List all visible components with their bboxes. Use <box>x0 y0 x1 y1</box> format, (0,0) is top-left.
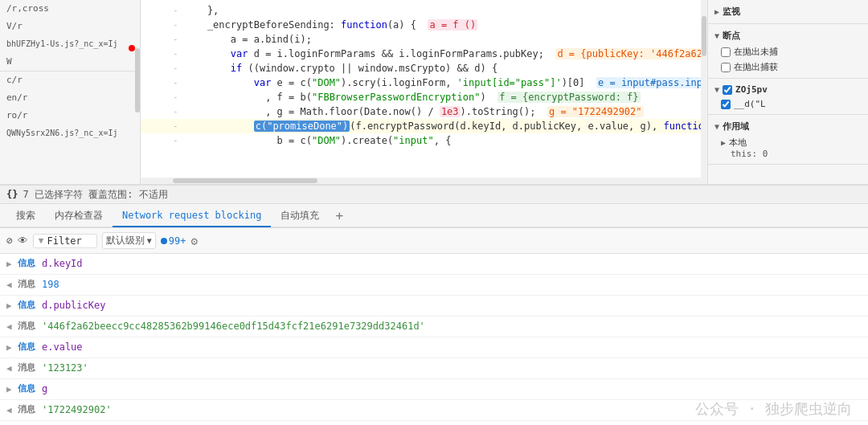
console-entry: ▶ 信息 g <box>0 379 868 400</box>
code-line-selected: - c("promiseDone")(f.encryptPassword(d.k… <box>141 119 707 133</box>
breakpoints-header[interactable]: ▼ 断点 <box>708 27 868 44</box>
console-entry: ◀ 消息 198 <box>0 275 868 296</box>
level-select[interactable]: 默认级别 ▼ <box>102 232 156 249</box>
message-dot <box>161 238 167 244</box>
code-line: - _encryptBeforeSending: function(a) { a… <box>141 18 707 32</box>
file-list-item[interactable]: W <box>0 53 140 71</box>
status-bar: {} 7 已选择字符 覆盖范围: 不适用 <box>0 185 868 204</box>
zoj5-item-label: __d("L <box>734 99 766 109</box>
scope-label: 作用域 <box>723 121 749 133</box>
file-list-item[interactable]: ro/r <box>0 107 140 125</box>
scope-this: this: 0 <box>721 149 855 159</box>
scope-local: ▶ 本地 this: 0 <box>708 135 868 161</box>
console-entry: ▶ <box>0 421 868 425</box>
scope-local-label: 本地 <box>729 137 747 149</box>
code-line: - b = c("DOM").create("input", { <box>141 133 707 148</box>
entry-content: d.keyId <box>42 256 862 271</box>
entry-type: 信息 <box>18 298 42 313</box>
tab-search[interactable]: 搜索 <box>6 204 45 229</box>
watch-arrow: ▶ <box>714 7 719 16</box>
breakpoints-section: ▼ 断点 在抛出未捕 在抛出捕获 <box>708 24 868 79</box>
code-line: - var d = i.loginFormParams && i.loginFo… <box>141 47 707 61</box>
scope-section: ▼ 作用域 ▶ 本地 this: 0 <box>708 115 868 165</box>
console-entry: ▶ 信息 d.keyId <box>0 254 868 275</box>
zoj5-header[interactable]: ▼ ZOj5pv <box>708 82 868 97</box>
entry-content: '123123' <box>42 361 862 375</box>
code-line: - a = a.bind(i); <box>141 32 707 47</box>
caught-checkbox[interactable] <box>721 63 731 72</box>
entry-expand-arrow[interactable]: ◀ <box>6 320 18 334</box>
entry-type: 消息 <box>18 277 42 292</box>
console-entry: ◀ 消息 '1722492902' <box>0 400 868 421</box>
code-line: - if ((window.crypto || window.msCrypto)… <box>141 61 707 76</box>
entry-expand-arrow[interactable]: ◀ <box>6 403 18 418</box>
entry-type: 消息 <box>18 403 42 417</box>
message-count: 99+ <box>161 235 186 247</box>
code-line: - , g = Math.floor(Date.now() / 1e3).toS… <box>141 104 707 119</box>
file-list-item[interactable]: bhUFZHy1-Us.js?_nc_x=Ij <box>0 35 140 53</box>
console-clear-icon[interactable]: ⊘ <box>6 235 13 247</box>
entry-expand-arrow[interactable]: ▶ <box>6 299 18 313</box>
watch-section: ▶ 监视 <box>708 0 868 24</box>
entry-expand-arrow[interactable]: ◀ <box>6 362 18 376</box>
filter-icon: ▼ <box>39 235 44 246</box>
file-list-item[interactable]: /r,cross <box>0 0 140 18</box>
scope-header[interactable]: ▼ 作用域 <box>708 118 868 135</box>
entry-type: 信息 <box>18 340 42 354</box>
code-line: - var e = c("DOM").scry(i.loginForm, 'in… <box>141 76 707 90</box>
entry-type: 消息 <box>18 319 42 333</box>
vertical-scrollbar[interactable] <box>701 0 707 178</box>
tabs-bar: 搜索 内存检查器 Network request blocking 自动填充 + <box>0 204 868 228</box>
braces-icon: {} <box>6 189 18 200</box>
tab-add-button[interactable]: + <box>329 205 350 227</box>
uncaught-label: 在抛出未捕 <box>734 46 778 58</box>
watch-header[interactable]: ▶ 监视 <box>708 3 868 20</box>
breakpoint-dot <box>129 45 135 51</box>
tab-autofill[interactable]: 自动填充 <box>271 204 329 229</box>
file-list-item[interactable]: V/r <box>0 18 140 35</box>
filter-box: ▼ Filter <box>33 234 97 248</box>
code-line: - , f = b("FBBrowserPasswordEncryption")… <box>141 90 707 104</box>
console-entry: ▶ 信息 d.publicKey <box>0 296 868 317</box>
console-area: ⊘ 👁 ▼ Filter 默认级别 ▼ 99+ ⚙ ▶ 信息 d.keyI <box>0 228 868 425</box>
console-toolbar: ⊘ 👁 ▼ Filter 默认级别 ▼ 99+ ⚙ <box>0 228 868 254</box>
entry-type: 消息 <box>18 361 42 375</box>
entry-content: '1722492902' <box>42 403 862 417</box>
file-list-item[interactable]: en/r <box>0 89 140 107</box>
entry-expand-arrow[interactable]: ◀ <box>6 278 18 292</box>
code-editor: - }, - _encryptBeforeSending: function(a… <box>141 0 707 184</box>
zoj5-section: ▼ ZOj5pv __d("L <box>708 79 868 115</box>
file-list-item[interactable]: QWNy5srx2N6.js?_nc_x=Ij <box>0 125 140 142</box>
uncaught-checkbox[interactable] <box>721 47 731 57</box>
filter-label: Filter <box>47 235 81 247</box>
console-entries: ▶ 信息 d.keyId ◀ 消息 198 ▶ 信息 d.publicKey ◀… <box>0 254 868 425</box>
console-entry: ◀ 消息 '123123' <box>0 358 868 379</box>
zoj5-label: ZOj5pv <box>735 84 768 95</box>
tab-network-blocking[interactable]: Network request blocking <box>113 205 271 227</box>
entry-content: e.value <box>42 340 862 354</box>
entry-expand-arrow[interactable]: ▶ <box>6 341 18 355</box>
code-line: - }, <box>141 3 707 18</box>
breakpoints-arrow: ▼ <box>714 31 719 40</box>
entry-type: 信息 <box>18 382 42 396</box>
console-eye-icon[interactable]: 👁 <box>18 235 28 247</box>
console-entry: ▶ 信息 e.value <box>0 337 868 358</box>
tab-memory[interactable]: 内存检查器 <box>45 204 113 229</box>
file-list-item[interactable]: c/r <box>0 72 140 89</box>
caught-checkbox-row: 在抛出捕获 <box>708 59 868 75</box>
uncaught-checkbox-row: 在抛出未捕 <box>708 44 868 59</box>
entry-content: '446f2a62beecc9cc48285362b99146ece0df15d… <box>42 319 862 333</box>
right-panel: ▶ 监视 ▼ 断点 在抛出未捕 在抛出捕获 <box>707 0 868 184</box>
zoj5-item-checkbox[interactable] <box>721 100 731 109</box>
gear-icon[interactable]: ⚙ <box>191 235 198 247</box>
status-text: 7 已选择字符 覆盖范围: 不适用 <box>23 188 167 202</box>
entry-expand-arrow[interactable]: ▶ <box>6 257 18 272</box>
level-arrow: ▼ <box>147 236 152 245</box>
zoj5-checkbox[interactable] <box>723 85 732 95</box>
entry-content: 198 <box>42 277 862 292</box>
caught-label: 在抛出捕获 <box>734 61 778 73</box>
scope-local-header[interactable]: ▶ 本地 <box>721 137 855 149</box>
entry-expand-arrow[interactable]: ▶ <box>6 382 18 397</box>
horizontal-scrollbar[interactable] <box>141 178 707 184</box>
watch-label: 监视 <box>723 6 740 18</box>
